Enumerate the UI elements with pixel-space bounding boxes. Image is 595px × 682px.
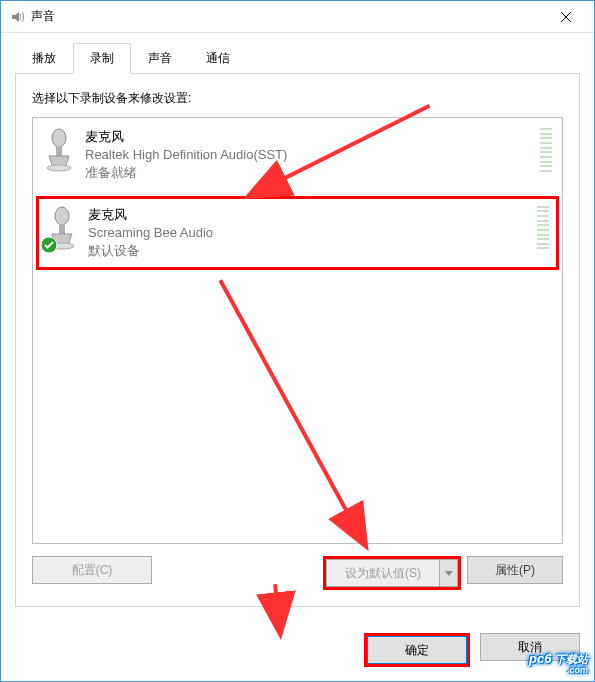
svg-point-2 [47,165,71,171]
device-row[interactable]: 麦克风 Screaming Bee Audio 默认设备 [36,196,559,271]
ok-highlight: 确定 [364,633,470,667]
level-meter [540,128,552,172]
instruction-text: 选择以下录制设备来修改设置: [32,90,563,107]
device-driver: Screaming Bee Audio [88,224,529,242]
svg-point-3 [55,207,69,225]
watermark: pc6 下载站 .com [529,651,588,675]
set-default-button[interactable]: 设为默认值(S) [326,559,440,587]
recording-panel: 选择以下录制设备来修改设置: 麦克风 Realtek High Definit [15,73,580,607]
svg-rect-4 [59,224,65,234]
tab-strip: 播放 录制 声音 通信 [15,43,580,74]
device-info: 麦克风 Screaming Bee Audio 默认设备 [88,206,529,261]
svg-point-0 [52,129,66,147]
device-driver: Realtek High Definition Audio(SST) [85,146,532,164]
properties-button[interactable]: 属性(P) [467,556,563,584]
panel-button-row: 配置(C) 设为默认值(S) 属性(P) [32,556,563,590]
dialog-content: 播放 录制 声音 通信 选择以下录制设备来修改设置: [1,33,594,621]
tab-recording[interactable]: 录制 [73,43,131,74]
level-meter [537,206,549,250]
close-button[interactable] [546,1,586,33]
set-default-highlight: 设为默认值(S) [323,556,461,590]
ok-button[interactable]: 确定 [367,636,467,664]
svg-rect-1 [56,146,62,156]
tab-sounds[interactable]: 声音 [131,43,189,74]
microphone-icon [44,206,80,250]
device-status: 默认设备 [88,242,529,260]
device-info: 麦克风 Realtek High Definition Audio(SST) 准… [85,128,532,183]
chevron-down-icon [445,571,453,576]
microphone-icon [41,128,77,172]
device-name: 麦克风 [85,128,532,146]
set-default-dropdown[interactable] [440,559,458,587]
tab-playback[interactable]: 播放 [15,43,73,74]
configure-button[interactable]: 配置(C) [32,556,152,584]
device-row[interactable]: 麦克风 Realtek High Definition Audio(SST) 准… [33,118,562,193]
device-status: 准备就绪 [85,164,532,182]
close-icon [561,12,571,22]
checkmark-icon [40,236,58,254]
window-title: 声音 [31,8,546,25]
tab-communications[interactable]: 通信 [189,43,247,74]
sound-dialog: 声音 播放 录制 声音 通信 选择以下录制设备来修改设置: [0,0,595,682]
device-list[interactable]: 麦克风 Realtek High Definition Audio(SST) 准… [32,117,563,544]
footer-button-row: 确定 取消 [1,621,594,681]
sound-icon [9,9,25,25]
titlebar: 声音 [1,1,594,33]
device-name: 麦克风 [88,206,529,224]
